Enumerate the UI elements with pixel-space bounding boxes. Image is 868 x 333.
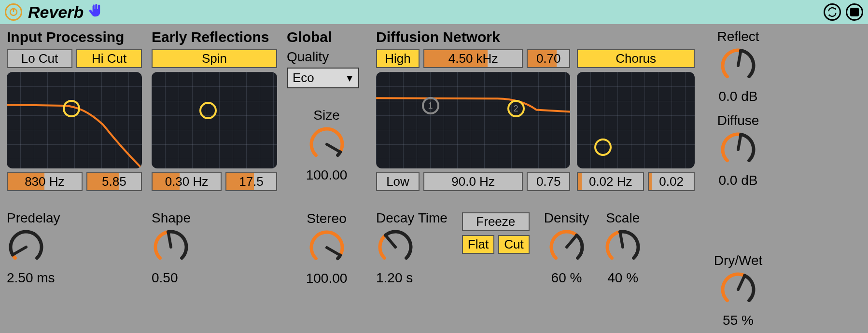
svg-line-4 — [327, 144, 339, 152]
svg-line-11 — [738, 277, 744, 290]
spin-button[interactable]: Spin — [152, 49, 277, 68]
spin-amount-value[interactable]: 17.5 — [225, 172, 277, 191]
stereo-knob[interactable] — [308, 228, 346, 269]
scale-label: Scale — [606, 210, 640, 226]
flat-button[interactable]: Flat — [462, 235, 494, 254]
reflect-label: Reflect — [717, 29, 759, 44]
high-shelf-button[interactable]: High — [376, 49, 420, 68]
decay-label: Decay Time — [376, 210, 448, 226]
predelay-knob[interactable] — [7, 228, 45, 268]
low-freq-value[interactable]: 90.0 Hz — [423, 172, 523, 191]
input-header: Input Processing — [7, 29, 142, 45]
low-shelf-handle[interactable]: 1 — [422, 97, 439, 114]
svg-line-8 — [620, 233, 623, 247]
freeze-button[interactable]: Freeze — [462, 212, 530, 231]
diffuse-knob[interactable] — [719, 130, 757, 171]
svg-line-10 — [738, 135, 741, 150]
size-label: Size — [313, 108, 339, 123]
quality-label: Quality — [287, 49, 366, 65]
global-header: Global — [287, 29, 366, 45]
svg-line-2 — [14, 247, 26, 254]
low-shelf-button[interactable]: Low — [376, 172, 420, 191]
chorus-rate-value[interactable]: 0.02 Hz — [577, 172, 644, 191]
size-value: 100.00 — [306, 167, 348, 183]
early-header: Early Reflections — [152, 29, 277, 45]
high-freq-value[interactable]: 4.50 kHz — [423, 49, 523, 68]
chorus-display[interactable] — [577, 72, 695, 168]
hand-icon — [87, 3, 104, 21]
predelay-value: 2.50 ms — [7, 270, 55, 286]
quality-select[interactable]: Eco — [287, 68, 359, 88]
reflect-value: 0.0 dB — [719, 89, 758, 104]
output-section: Reflect 0.0 dB Diffuse 0.0 dB Dry/Wet 55… — [704, 29, 772, 328]
input-width-value[interactable]: 5.85 — [86, 172, 142, 191]
reflect-knob[interactable] — [719, 46, 757, 87]
cut-button[interactable]: Cut — [498, 235, 530, 254]
decay-knob[interactable] — [376, 228, 415, 268]
global-section: Global Quality Eco Size 100.00 Stereo 10… — [287, 29, 366, 328]
spin-handle[interactable] — [199, 102, 217, 119]
svg-line-7 — [567, 236, 576, 247]
input-filter-display[interactable] — [7, 72, 142, 168]
high-amt-value[interactable]: 0.70 — [527, 49, 570, 68]
scale-knob[interactable] — [603, 228, 642, 268]
diffusion-network-section: Diffusion Network High 4.50 kHz 0.70 — [376, 29, 695, 328]
decay-value: 1.20 s — [376, 270, 413, 286]
svg-line-5 — [327, 248, 339, 255]
stereo-label: Stereo — [307, 211, 347, 226]
low-amt-value[interactable]: 0.75 — [527, 172, 570, 191]
input-freq-value[interactable]: 830 Hz — [7, 172, 83, 191]
diffuse-label: Diffuse — [717, 113, 759, 128]
size-knob[interactable] — [308, 125, 346, 166]
chorus-handle[interactable] — [594, 139, 612, 156]
svg-line-3 — [168, 233, 171, 247]
density-knob[interactable] — [547, 228, 586, 268]
density-label: Density — [544, 210, 589, 226]
device-titlebar: Reverb — [0, 0, 868, 24]
scale-value: 40 % — [607, 270, 638, 286]
high-shelf-handle[interactable]: 2 — [507, 100, 525, 117]
density-value: 60 % — [551, 270, 582, 286]
drywet-label: Dry/Wet — [714, 253, 763, 268]
hicut-button[interactable]: Hi Cut — [76, 49, 142, 68]
diffuse-value: 0.0 dB — [719, 173, 758, 188]
diffusion-header: Diffusion Network — [376, 29, 695, 45]
svg-line-9 — [738, 51, 741, 66]
drywet-knob[interactable] — [719, 270, 757, 311]
stereo-value: 100.00 — [306, 271, 348, 286]
chorus-button[interactable]: Chorus — [577, 49, 695, 68]
hot-swap-icon[interactable] — [824, 3, 841, 21]
drywet-value: 55 % — [723, 313, 754, 328]
locut-button[interactable]: Lo Cut — [7, 49, 72, 68]
spin-rate-value[interactable]: 0.30 Hz — [152, 172, 222, 191]
chorus-amt-value[interactable]: 0.02 — [648, 172, 695, 191]
filter-handle[interactable] — [63, 100, 80, 117]
diffusion-filter-display[interactable]: 1 2 — [376, 72, 570, 168]
shape-value: 0.50 — [152, 270, 178, 286]
early-reflections-section: Early Reflections Spin 0.30 Hz 17.5 Shap… — [152, 29, 277, 328]
predelay-label: Predelay — [7, 210, 60, 226]
shape-knob[interactable] — [152, 228, 190, 268]
device-power-icon[interactable] — [5, 3, 22, 21]
spin-display[interactable] — [152, 72, 277, 168]
input-processing-section: Input Processing Lo Cut Hi Cut 830 Hz 5.… — [7, 29, 142, 328]
svg-line-6 — [386, 236, 395, 247]
save-preset-icon[interactable] — [846, 3, 863, 21]
shape-label: Shape — [152, 210, 191, 226]
device-title: Reverb — [28, 3, 84, 22]
